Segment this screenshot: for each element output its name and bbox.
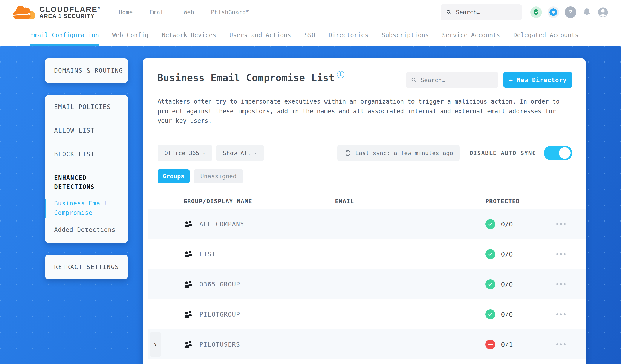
sync-history-icon	[344, 149, 352, 157]
topnav-phishguard[interactable]: PhishGuard™	[211, 9, 249, 16]
show-filter-dropdown[interactable]: Show All▾	[216, 145, 264, 161]
last-sync-button[interactable]: Last sync: a few minutes ago	[337, 145, 460, 161]
group-icon	[184, 250, 193, 259]
tab-service-accounts[interactable]: Service Accounts	[442, 24, 500, 46]
brand-name: CLOUDFLARE®	[39, 5, 100, 13]
ellipsis-icon	[556, 343, 558, 345]
groups-table: GROUP/DISPLAY NAME EMAIL PROTECTED ALL C…	[148, 193, 586, 359]
row-actions-menu[interactable]	[556, 253, 586, 255]
sidebar-item-business-email-compromise[interactable]: Business Email Compromise	[45, 199, 120, 218]
row-actions-menu[interactable]	[556, 283, 586, 285]
brand-subtitle: AREA 1 SECURITY	[39, 13, 100, 19]
directory-search-input[interactable]	[421, 77, 493, 83]
content-stage: DOMAINS & ROUTING EMAIL POLICIES ALLOW L…	[0, 46, 621, 364]
tab-email-configuration[interactable]: Email Configuration	[30, 24, 99, 46]
not-protected-minus-icon	[485, 340, 495, 349]
help-icon[interactable]: ?	[565, 6, 576, 18]
group-icon	[184, 340, 193, 349]
trademark-mark: ®	[98, 6, 100, 10]
settings-gear-icon[interactable]	[548, 6, 559, 18]
notifications-bell-icon[interactable]	[582, 7, 592, 17]
ellipsis-icon	[556, 283, 558, 285]
protected-check-icon	[485, 310, 495, 319]
tab-unassigned[interactable]: Unassigned	[194, 169, 243, 183]
group-name: PILOTUSERS	[199, 341, 240, 348]
protected-count: 0/0	[501, 280, 513, 288]
expand-row-button[interactable]: ›	[150, 332, 161, 357]
top-bar: CLOUDFLARE® AREA 1 SECURITY Home Email W…	[0, 0, 621, 24]
group-name: O365_GROUP	[199, 281, 240, 288]
tab-users-and-actions[interactable]: Users and Actions	[229, 24, 291, 46]
global-search[interactable]	[441, 4, 522, 20]
topnav-home[interactable]: Home	[119, 9, 133, 16]
cloudflare-logo[interactable]: CLOUDFLARE® AREA 1 SECURITY	[12, 5, 100, 20]
ellipsis-icon	[556, 253, 558, 255]
group-icon	[184, 310, 193, 319]
bec-list-panel: Business Email Compromise Listi + New Di…	[143, 58, 586, 364]
group-name: LIST	[199, 251, 216, 258]
section-navigation: Email Configuration Web Config Network D…	[0, 24, 621, 46]
table-header: GROUP/DISPLAY NAME EMAIL PROTECTED	[148, 193, 586, 209]
chevron-down-icon: ▾	[254, 150, 257, 156]
group-name: PILOTGROUP	[199, 311, 240, 318]
tab-subscriptions[interactable]: Subscriptions	[382, 24, 429, 46]
col-email: EMAIL	[335, 198, 485, 205]
sidebar-item-enhanced-detections[interactable]: ENHANCED DETECTIONS	[45, 173, 120, 191]
tab-sso[interactable]: SSO	[304, 24, 315, 46]
sidebar-item-email-policies[interactable]: EMAIL POLICIES	[45, 95, 128, 119]
tab-web-config[interactable]: Web Config	[112, 24, 149, 46]
page-title: Business Email Compromise Listi	[157, 72, 344, 83]
directory-type-dropdown[interactable]: Office 365▾	[157, 145, 212, 161]
protected-count: 0/0	[501, 311, 513, 318]
tab-network-devices[interactable]: Network Devices	[162, 24, 216, 46]
directory-search[interactable]	[406, 72, 498, 88]
ellipsis-icon	[556, 313, 558, 315]
protected-count: 0/0	[501, 250, 513, 258]
sidebar-item-allow-list[interactable]: ALLOW LIST	[45, 119, 128, 142]
new-directory-button[interactable]: + New Directory	[503, 72, 572, 88]
sidebar-item-retract-settings[interactable]: RETRACT SETTINGS	[45, 255, 128, 279]
disable-auto-sync-label: DISABLE AUTO SYNC	[469, 150, 536, 156]
info-icon[interactable]: i	[337, 71, 344, 78]
protected-check-icon	[485, 249, 495, 259]
tab-delegated-accounts[interactable]: Delegated Accounts	[513, 24, 578, 46]
group-icon	[184, 220, 193, 228]
group-icon	[184, 280, 193, 289]
topnav-web[interactable]: Web	[184, 9, 194, 16]
topnav-email[interactable]: Email	[149, 9, 167, 16]
table-row: O365_GROUP 0/0	[148, 269, 586, 299]
ellipsis-icon	[556, 223, 558, 225]
protected-count: 0/1	[501, 341, 513, 348]
sidebar-policies-card: EMAIL POLICIES ALLOW LIST BLOCK LIST ENH…	[45, 95, 128, 243]
protected-count: 0/0	[501, 220, 513, 228]
col-group-display-name: GROUP/DISPLAY NAME	[184, 198, 335, 205]
row-actions-menu[interactable]	[556, 343, 586, 345]
global-search-input[interactable]	[456, 9, 516, 16]
sidebar-item-domains-routing[interactable]: DOMAINS & ROUTING	[45, 58, 128, 83]
cloudflare-cloud-icon	[12, 5, 36, 20]
protected-check-icon	[485, 279, 495, 289]
protected-check-icon	[485, 219, 495, 229]
chevron-down-icon: ▾	[203, 150, 206, 156]
table-row: LIST 0/0	[148, 239, 586, 269]
table-row: › PILOTUSERS 0/1	[148, 329, 586, 359]
tab-directories[interactable]: Directories	[328, 24, 368, 46]
sidebar-item-block-list[interactable]: BLOCK LIST	[45, 142, 128, 166]
bec-description: Attackers often try to impersonate execu…	[157, 97, 568, 126]
row-actions-menu[interactable]	[556, 313, 586, 315]
top-navigation: Home Email Web PhishGuard™	[119, 9, 249, 16]
header-icon-cluster: ?	[530, 6, 608, 18]
section-divider	[157, 136, 572, 136]
account-avatar-icon[interactable]	[597, 7, 608, 18]
tab-groups[interactable]: Groups	[157, 169, 190, 183]
search-icon	[411, 77, 417, 83]
chevron-right-icon: ›	[154, 340, 157, 349]
sidebar-item-added-detections[interactable]: Added Detections	[45, 226, 120, 233]
sidebar-enhanced-detections-section: ENHANCED DETECTIONS Business Email Compr…	[45, 166, 128, 243]
auto-sync-toggle[interactable]	[544, 146, 572, 160]
col-protected: PROTECTED	[485, 198, 556, 205]
table-row: PILOTGROUP 0/0	[148, 299, 586, 329]
row-actions-menu[interactable]	[556, 223, 586, 225]
verified-shield-icon[interactable]	[530, 6, 542, 18]
settings-sidebar: DOMAINS & ROUTING EMAIL POLICIES ALLOW L…	[45, 58, 128, 364]
